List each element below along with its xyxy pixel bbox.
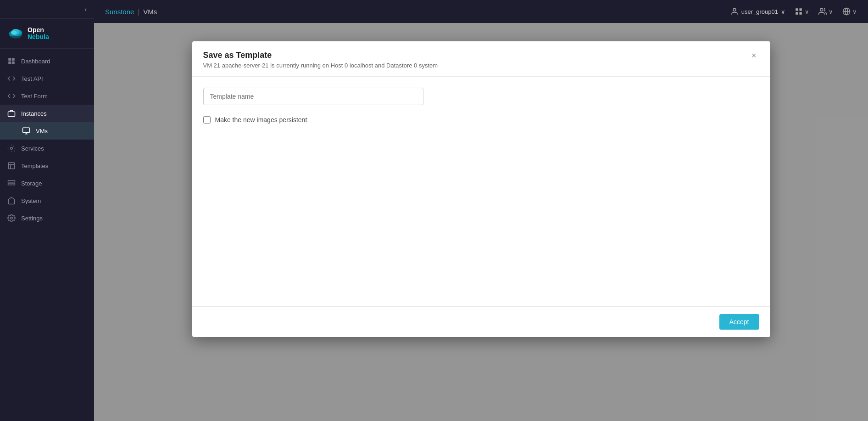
sidebar-item-instances-label: Instances bbox=[21, 110, 47, 117]
users-icon bbox=[818, 7, 827, 16]
svg-rect-9 bbox=[8, 112, 15, 117]
persistent-images-label: Make the new images persistent bbox=[215, 116, 307, 123]
sidebar-toggle-area: ‹ bbox=[0, 0, 94, 19]
sidebar-item-vms-label: VMs bbox=[36, 128, 48, 135]
page-body: Save as Template VM 21 apache-server-21 … bbox=[94, 23, 868, 421]
svg-point-20 bbox=[733, 8, 736, 11]
svg-rect-7 bbox=[8, 62, 11, 64]
modal-header: Save as Template VM 21 apache-server-21 … bbox=[192, 41, 770, 77]
globe-icon bbox=[842, 7, 851, 16]
system-icon bbox=[7, 196, 16, 205]
header-grid-button[interactable]: ∨ bbox=[795, 7, 809, 16]
svg-point-25 bbox=[820, 8, 823, 11]
svg-rect-18 bbox=[8, 183, 15, 185]
code-icon bbox=[7, 74, 16, 83]
user-icon bbox=[730, 7, 739, 16]
modal-close-button[interactable]: × bbox=[749, 51, 759, 61]
sidebar-logo: Open Nebula bbox=[0, 19, 94, 49]
header-globe-chevron: ∨ bbox=[852, 8, 857, 15]
sidebar-item-dashboard[interactable]: Dashboard bbox=[0, 52, 94, 70]
svg-point-4 bbox=[11, 31, 17, 35]
svg-rect-8 bbox=[12, 62, 15, 64]
sidebar: ‹ Open Nebula Dashboard Test AP bbox=[0, 0, 94, 421]
modal-body: Make the new images persistent bbox=[192, 77, 770, 306]
settings-icon bbox=[7, 214, 16, 222]
svg-rect-23 bbox=[796, 12, 798, 15]
header-right: user_group01 ∨ ∨ ∨ ∨ bbox=[730, 7, 857, 16]
vm-icon bbox=[22, 127, 30, 135]
svg-rect-17 bbox=[8, 180, 15, 182]
main-content: Sunstone | VMs user_group01 ∨ ∨ bbox=[94, 0, 868, 421]
logo-open: Open bbox=[28, 27, 49, 34]
svg-rect-10 bbox=[23, 128, 30, 133]
persistent-images-checkbox[interactable] bbox=[203, 116, 211, 123]
grid-icon bbox=[795, 7, 803, 16]
services-icon bbox=[7, 144, 16, 152]
sidebar-item-instances[interactable]: Instances bbox=[0, 105, 94, 122]
svg-point-13 bbox=[11, 147, 13, 150]
modal-footer: Accept bbox=[192, 306, 770, 337]
svg-rect-21 bbox=[796, 8, 798, 11]
sidebar-item-test-api[interactable]: Test API bbox=[0, 70, 94, 87]
sidebar-item-settings-label: Settings bbox=[21, 215, 43, 222]
logo-icon bbox=[7, 25, 24, 42]
svg-rect-22 bbox=[800, 8, 802, 11]
logo-nebula: Nebula bbox=[28, 34, 49, 40]
modal-title-section: Save as Template VM 21 apache-server-21 … bbox=[203, 51, 438, 69]
sidebar-collapse-button[interactable]: ‹ bbox=[84, 6, 87, 13]
sidebar-item-test-form[interactable]: Test Form bbox=[0, 87, 94, 105]
header-users-chevron: ∨ bbox=[829, 8, 833, 15]
header-username: user_group01 bbox=[741, 8, 778, 15]
modal-subtitle: VM 21 apache-server-21 is currently runn… bbox=[203, 62, 438, 69]
svg-point-19 bbox=[11, 217, 13, 219]
sidebar-item-settings[interactable]: Settings bbox=[0, 209, 94, 227]
sidebar-item-storage[interactable]: Storage bbox=[0, 174, 94, 192]
svg-rect-5 bbox=[8, 58, 11, 61]
modal-title: Save as Template bbox=[203, 51, 438, 60]
header-page-title: VMs bbox=[143, 8, 157, 16]
logo-text: Open Nebula bbox=[28, 27, 49, 41]
instances-icon bbox=[7, 109, 16, 118]
header: Sunstone | VMs user_group01 ∨ ∨ bbox=[94, 0, 868, 23]
sidebar-nav: Dashboard Test API Test Form Instances bbox=[0, 49, 94, 421]
code2-icon bbox=[7, 92, 16, 100]
sidebar-item-system[interactable]: System bbox=[0, 192, 94, 209]
template-name-input[interactable] bbox=[203, 88, 423, 105]
svg-rect-14 bbox=[8, 163, 15, 169]
header-user-menu[interactable]: user_group01 ∨ bbox=[730, 7, 785, 16]
header-globe-button[interactable]: ∨ bbox=[842, 7, 857, 16]
header-separator: | bbox=[138, 8, 139, 16]
header-users-button[interactable]: ∨ bbox=[818, 7, 833, 16]
sidebar-item-dashboard-label: Dashboard bbox=[21, 58, 50, 65]
sidebar-item-templates[interactable]: Templates bbox=[0, 157, 94, 174]
dashboard-icon bbox=[7, 57, 16, 65]
sidebar-item-system-label: System bbox=[21, 197, 41, 204]
sidebar-item-test-form-label: Test Form bbox=[21, 93, 48, 100]
sidebar-item-templates-label: Templates bbox=[21, 163, 48, 169]
sidebar-item-test-api-label: Test API bbox=[21, 75, 43, 82]
sidebar-item-vms[interactable]: VMs bbox=[0, 122, 94, 140]
header-sunstone-link[interactable]: Sunstone bbox=[105, 8, 134, 16]
header-user-chevron: ∨ bbox=[781, 8, 785, 15]
svg-rect-6 bbox=[12, 58, 15, 61]
storage-icon bbox=[7, 179, 16, 187]
svg-rect-24 bbox=[800, 12, 802, 15]
accept-button[interactable]: Accept bbox=[719, 314, 759, 330]
modal-backdrop: Save as Template VM 21 apache-server-21 … bbox=[94, 23, 868, 421]
sidebar-item-services[interactable]: Services bbox=[0, 140, 94, 157]
header-grid-chevron: ∨ bbox=[805, 8, 809, 15]
save-as-template-modal: Save as Template VM 21 apache-server-21 … bbox=[192, 41, 770, 337]
sidebar-item-storage-label: Storage bbox=[21, 180, 42, 187]
persistent-images-row: Make the new images persistent bbox=[203, 116, 759, 123]
header-breadcrumb: Sunstone | VMs bbox=[105, 8, 157, 16]
templates-icon bbox=[7, 162, 16, 170]
sidebar-item-services-label: Services bbox=[21, 145, 44, 152]
